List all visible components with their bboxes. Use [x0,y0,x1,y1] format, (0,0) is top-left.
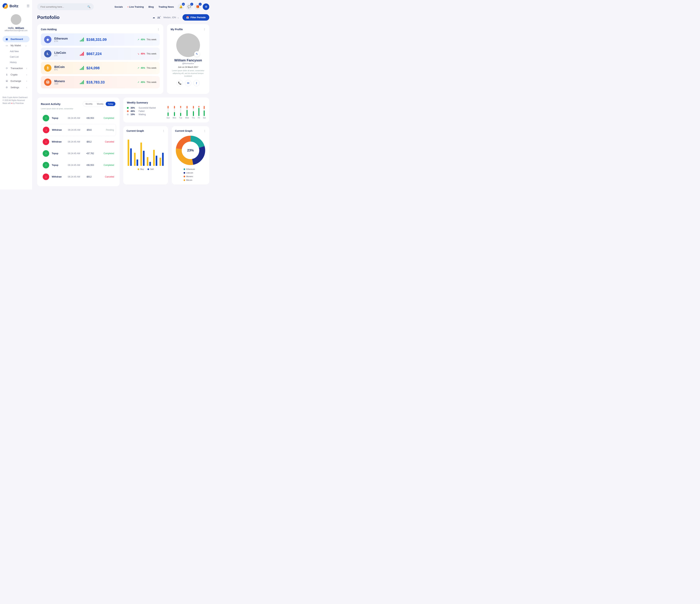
nav-item-settings[interactable]: ⚙Settings› [3,84,29,91]
coin-holding-card: Coin Holding ⋮ ◆ EthereumETH $168,331.09… [37,24,163,94]
coin-icon: ₿ [44,64,51,72]
weather-widget: ☁ 21° Medan, IDN⌄ [153,16,179,19]
search-icon[interactable]: 🔍 [87,5,91,8]
activity-amount: -$912 [86,141,99,143]
coin-row-btc[interactable]: ₿ BitCoinBTC $24,098 ↗45%This week [41,62,160,74]
coin-name: BitCoin [54,66,80,69]
arrow-down-icon: ↓ [43,127,49,133]
nav-item-history[interactable]: History [3,59,29,65]
topbar-icons: 🔔12 💬5 🎁2 ⚙ [178,3,209,10]
settings-icon[interactable]: ⚙ [203,3,209,10]
toplink-socials[interactable]: Socials [115,5,123,8]
location-picker[interactable]: Medan, IDN⌄ [164,16,179,19]
filter-periode-button[interactable]: 📅Filter Periode [182,14,209,21]
bar-group [153,150,157,166]
menu-toggle-icon[interactable]: ☰ [27,4,29,8]
weather-temp: 21° [157,16,161,19]
activity-amount: -$542 [86,129,99,131]
chevron-icon: › [26,86,27,89]
more-icon[interactable]: ⋮ [203,129,206,132]
cloud-icon: ☁ [153,16,155,19]
activity-row[interactable]: ↑ Topup 06:24:45 AM +$5,553 Completed [41,112,116,124]
nav-item-transaction[interactable]: ⟳Transaction› [3,65,29,71]
legend-dot-icon [183,179,185,181]
sidebar-footer: Boltz Crypto Admin Dashboard © 2020 All … [3,96,29,105]
search-box[interactable]: 🔍 [37,3,94,10]
activity-status: Completed [103,164,114,167]
activity-row[interactable]: ↓ Withdraw 06:24:45 AM -$542 Pending [41,124,116,136]
mail-icon[interactable]: ✉ [185,80,191,86]
coin-trend: ↗45%This week [138,81,156,83]
arrow-up-icon: ↑ [43,115,49,121]
edit-profile-button[interactable]: ✎ [194,51,200,57]
nav-item-exchange[interactable]: 🏛Exchange› [3,78,29,84]
bar-group [128,140,132,166]
gift-icon[interactable]: 🎁2 [194,3,201,10]
coin-name: Ethereum [54,37,80,40]
chat-icon[interactable]: 💬5 [186,3,193,10]
nav-item-card-list[interactable]: Card List [3,54,29,59]
nav-item-dashboard[interactable]: ▦Dashboard [3,36,29,42]
topbar: 🔍 Socials•Live TrainingBlogTrading News … [37,3,209,10]
recent-subtitle: Lorem ipsum dolor sit amet, consectetur [41,108,116,110]
activity-row[interactable]: ↑ Topup 06:24:45 AM +$7,762 Completed [41,148,116,159]
chevron-icon: › [26,73,27,76]
bar-chart [126,135,165,166]
more-icon[interactable]: ⋮ [157,28,160,31]
legend-item: Ethereum [183,168,198,170]
profile-bio: Lorem ipsum dolor sit amet, consectetur … [171,69,206,77]
coin-icon: ◆ [44,36,51,43]
activity-name: Wihtdraw [52,141,68,143]
coin-row-eth[interactable]: ◆ EthereumETH $168,331.09 ↗45%This week [41,33,160,46]
nav-item-add-new[interactable]: Add New [3,49,29,54]
activity-row[interactable]: ↓ Withdraw 06:24:45 AM -$912 Canceled [41,171,116,183]
legend-dot-icon [148,169,149,170]
recent-tabs: MonthlyWeeklyToday [83,101,116,107]
activity-time: 06:24:45 AM [68,117,86,119]
page-header: Portofolio ☁ 21° Medan, IDN⌄ 📅Filter Per… [37,14,209,21]
coin-row-xmr[interactable]: Ⓜ MoneroXMR $18,783.33 ↗45%This week [41,76,160,89]
activity-row[interactable]: ↓ Wihtdraw 06:24:45 AM -$912 Canceled [41,136,116,148]
weekly-bar: Mon [173,106,176,119]
activity-time: 06:24:45 AM [68,152,86,155]
activity-name: Topup [52,164,68,167]
nav-item-my-wallet[interactable]: ▭My Wallet⌄ [3,42,29,49]
nav-item-crypto[interactable]: $Crypto› [3,71,29,78]
weekly-legend-item: 10%Waiting [127,113,163,116]
brand-logo-icon [3,3,8,9]
bar-group [159,153,164,166]
activity-name: Topup [52,117,68,119]
chevron-icon: › [26,67,27,70]
coin-row-ltc[interactable]: Ł LiteCoinLTC $667,224 ↘45%This week [41,48,160,60]
toplink-live-training[interactable]: •Live Training [128,5,144,8]
greeting-name: William [15,27,24,29]
activity-amount: +$7,762 [86,152,99,155]
footer-line-1: Boltz Crypto Admin Dashboard [3,96,29,99]
greeting-prefix: Hello, [8,27,15,29]
nav-icon: ⟳ [5,67,8,70]
bell-icon[interactable]: 🔔12 [178,3,184,10]
tab-today[interactable]: Today [106,102,116,106]
profile-title: My Profile [171,28,183,31]
more-icon[interactable]: ⋮ [162,129,165,132]
user-avatar[interactable] [11,14,21,25]
toplink-trading-news[interactable]: Trading News [158,5,174,8]
phone-icon[interactable]: 📞 [177,80,183,86]
chevron-down-icon: ⌄ [177,16,179,19]
activity-status: Completed [103,117,114,119]
top-links: Socials•Live TrainingBlogTrading News [115,5,174,8]
tab-monthly[interactable]: Monthly [83,102,95,106]
activity-row[interactable]: ↑ Topup 06:24:45 AM +$5,553 Completed [41,159,116,171]
spark-bars [80,52,84,56]
toplink-blog[interactable]: Blog [149,5,154,8]
facebook-icon[interactable]: f [193,80,200,86]
activity-amount: -$912 [86,176,99,178]
search-input[interactable] [41,5,87,8]
coin-value: $168,331.09 [86,37,119,42]
arrow-down-icon: ↓ [43,139,49,145]
more-icon[interactable]: ⋮ [203,28,206,31]
sidebar: Boltz ☰ Hello, William williamfrancisson… [0,0,32,190]
tab-weekly[interactable]: Weekly [95,102,106,106]
weekly-legend-item: 46%Failed [127,110,163,112]
weekly-bar: Sat [203,106,206,119]
